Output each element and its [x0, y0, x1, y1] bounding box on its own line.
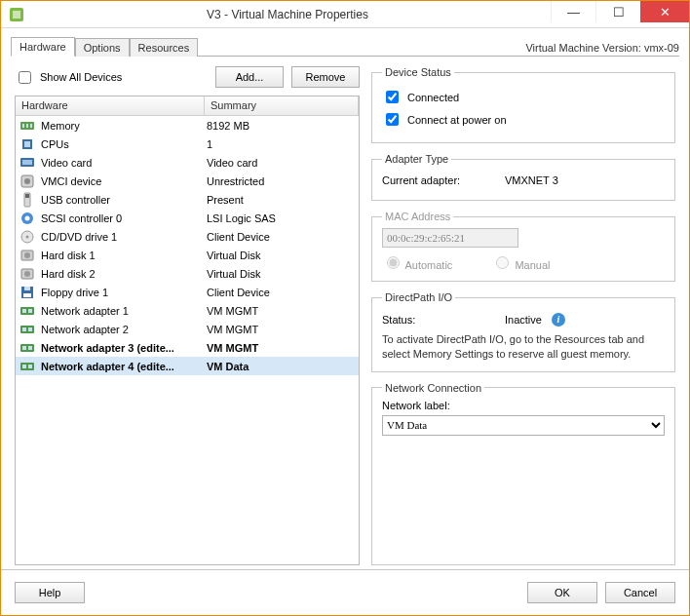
disk-icon: [19, 266, 35, 282]
hardware-row[interactable]: Network adapter 1VM MGMT: [16, 301, 359, 320]
show-all-devices-input[interactable]: [19, 71, 31, 84]
hardware-list-body[interactable]: Memory8192 MBCPUs1Video cardVideo cardVM…: [16, 116, 359, 564]
svg-rect-36: [28, 365, 32, 368]
hardware-list: Hardware Summary Memory8192 MBCPUs1Video…: [15, 96, 360, 565]
tab-options[interactable]: Options: [75, 38, 130, 57]
tab-hardware[interactable]: Hardware: [11, 37, 75, 57]
cddvd-icon: [19, 229, 35, 245]
mac-address-legend: MAC Address: [382, 211, 453, 222]
connect-poweron-checkbox[interactable]: [386, 113, 399, 126]
titlebar[interactable]: V3 - Virtual Machine Properties — ☐ ✕: [1, 1, 689, 28]
connect-poweron-label: Connect at power on: [407, 114, 507, 126]
hardware-row[interactable]: Memory8192 MB: [16, 116, 359, 135]
hardware-row[interactable]: Hard disk 2Virtual Disk: [16, 264, 359, 283]
svg-rect-30: [28, 327, 32, 331]
hardware-row[interactable]: CPUs1: [16, 135, 359, 153]
device-status-legend: Device Status: [382, 66, 454, 78]
remove-button[interactable]: Remove: [291, 66, 360, 88]
device-status-group: Device Status Connected Connect at power…: [371, 66, 675, 143]
hardware-summary: VM MGMT: [207, 305, 359, 317]
mac-address-input: [382, 228, 518, 248]
show-all-devices-checkbox[interactable]: Show All Devices: [15, 68, 122, 87]
svg-point-19: [24, 252, 30, 258]
hardware-name: Hard disk 1: [41, 250, 207, 261]
hardware-name: VMCI device: [41, 175, 207, 187]
svg-rect-4: [26, 124, 28, 128]
svg-rect-35: [22, 365, 26, 368]
tabs: Hardware Options Resources Virtual Machi…: [11, 34, 679, 56]
hardware-row[interactable]: Floppy drive 1Client Device: [16, 283, 359, 301]
svg-point-17: [26, 235, 29, 238]
directpath-status-value: Inactive: [505, 314, 542, 326]
network-connection-legend: Network Connection: [382, 382, 484, 394]
detail-pane: Device Status Connected Connect at power…: [371, 66, 675, 565]
network-label-select[interactable]: VM Data: [382, 415, 665, 436]
hardware-row[interactable]: Network adapter 2VM MGMT: [16, 320, 359, 338]
svg-rect-1: [13, 11, 20, 19]
close-button[interactable]: ✕: [640, 1, 689, 22]
svg-rect-7: [24, 141, 30, 147]
connected-checkbox[interactable]: [386, 91, 399, 103]
cancel-button[interactable]: Cancel: [605, 582, 675, 603]
adapter-type-value: VMXNET 3: [505, 174, 558, 186]
vsphere-icon: [9, 7, 24, 22]
svg-point-15: [25, 215, 30, 220]
hardware-name: CD/DVD drive 1: [41, 231, 207, 243]
network-label-text: Network label:: [382, 400, 665, 411]
hardware-row[interactable]: Hard disk 1Virtual Disk: [16, 246, 359, 264]
directpath-legend: DirectPath I/O: [382, 291, 455, 303]
hardware-summary: LSI Logic SAS: [207, 212, 359, 224]
floppy-icon: [19, 285, 35, 300]
hardware-row[interactable]: VMCI deviceUnrestricted: [16, 172, 359, 190]
svg-rect-5: [30, 124, 32, 128]
adapter-type-group: Adapter Type Current adapter: VMXNET 3: [371, 153, 675, 201]
info-icon[interactable]: i: [552, 313, 565, 327]
add-button[interactable]: Add...: [215, 66, 284, 88]
svg-rect-29: [22, 327, 26, 331]
window-title: V3 - Virtual Machine Properties: [24, 8, 551, 21]
col-hardware[interactable]: Hardware: [16, 96, 205, 115]
hardware-row[interactable]: SCSI controller 0LSI Logic SAS: [16, 209, 359, 227]
svg-rect-3: [22, 124, 24, 128]
hardware-row[interactable]: CD/DVD drive 1Client Device: [16, 227, 359, 246]
usb-icon: [19, 192, 35, 208]
mac-automatic-radio: Automatic: [382, 253, 452, 271]
minimize-button[interactable]: —: [551, 1, 595, 22]
show-all-devices-label: Show All Devices: [40, 71, 122, 83]
vmci-icon: [19, 173, 35, 189]
hardware-name: Memory: [41, 120, 207, 132]
hardware-row[interactable]: Video cardVideo card: [16, 153, 359, 172]
video-icon: [19, 155, 35, 171]
hardware-row[interactable]: USB controllerPresent: [16, 190, 359, 209]
nic-icon: [19, 340, 35, 356]
nic-icon: [19, 359, 35, 374]
hardware-name: Video card: [41, 157, 207, 169]
mac-address-group: MAC Address Automatic Manual: [371, 211, 675, 282]
hardware-summary: VM MGMT: [207, 324, 359, 335]
hardware-summary: Virtual Disk: [207, 268, 359, 280]
tab-resources[interactable]: Resources: [130, 38, 199, 57]
hardware-row[interactable]: Network adapter 3 (edite...VM MGMT: [16, 338, 359, 357]
hardware-name: CPUs: [41, 138, 207, 150]
memory-icon: [19, 118, 35, 134]
ok-button[interactable]: OK: [527, 582, 597, 603]
adapter-type-legend: Adapter Type: [382, 153, 451, 165]
cpu-icon: [19, 136, 35, 152]
hardware-pane: Show All Devices Add... Remove Hardware …: [15, 66, 360, 565]
directpath-note: To activate DirectPath I/O, go to the Re…: [382, 332, 665, 362]
hardware-summary: Virtual Disk: [207, 250, 359, 261]
disk-icon: [19, 248, 35, 263]
nic-icon: [19, 322, 35, 337]
svg-rect-26: [22, 309, 26, 313]
hardware-name: Network adapter 3 (edite...: [41, 342, 207, 354]
directpath-status-label: Status:: [382, 314, 499, 326]
network-connection-group: Network Connection Network label: VM Dat…: [371, 382, 675, 565]
hardware-name: Network adapter 1: [41, 305, 207, 317]
scsi-icon: [19, 211, 35, 226]
col-summary[interactable]: Summary: [205, 96, 359, 115]
help-button[interactable]: Help: [15, 582, 85, 603]
maximize-button[interactable]: ☐: [595, 1, 640, 22]
hardware-row[interactable]: Network adapter 4 (edite...VM Data: [16, 357, 359, 375]
svg-rect-24: [23, 293, 31, 297]
adapter-type-label: Current adapter:: [382, 174, 499, 186]
